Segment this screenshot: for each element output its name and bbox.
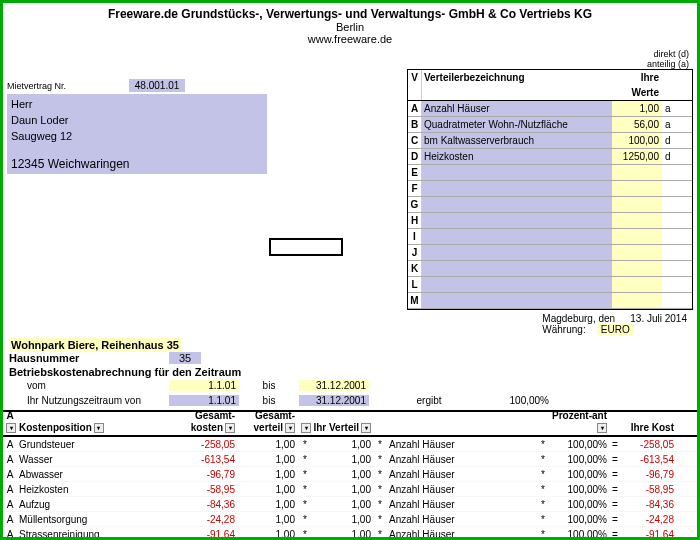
addr-name: Daun Loder [11, 112, 263, 128]
period-from-label: vom [9, 380, 169, 391]
col-gesamtverteil[interactable]: Gesamt-verteil▾ [237, 410, 297, 435]
cost-row[interactable]: AWasser-613,541,00*1,00*Anzahl Häuser*10… [3, 452, 697, 467]
verteiler-row[interactable]: E [408, 165, 692, 181]
period-to[interactable]: 31.12.2001 [299, 380, 369, 391]
col-prozent[interactable]: Prozent-ant▾ [549, 410, 609, 435]
direkt-label: direkt (d) [653, 49, 689, 59]
contract-number[interactable]: 48.001.01 [129, 79, 186, 92]
verteiler-row[interactable]: H [408, 213, 692, 229]
cost-row[interactable]: AHeizkosten-58,951,00*1,00*Anzahl Häuser… [3, 482, 697, 497]
verteiler-table: V Verteilerbezeichnung Ihre Werte AAnzah… [407, 69, 693, 310]
col-val: Ihre Werte [612, 70, 662, 100]
company-name: Freeware.de Grundstücks-, Verwertungs- u… [3, 7, 697, 21]
usage-from[interactable]: 1.1.01 [169, 395, 239, 406]
hausnr-label: Hausnummer [9, 352, 169, 364]
filter-icon[interactable]: ▾ [361, 423, 371, 433]
cost-row[interactable]: AAbwasser-96,791,00*1,00*Anzahl Häuser*1… [3, 467, 697, 482]
period-bis2: bis [239, 395, 299, 406]
col-ihrekosten[interactable]: Ihre Kost [621, 422, 676, 435]
period-from[interactable]: 1.1.01 [169, 380, 239, 391]
currency-value[interactable]: EURO [597, 324, 634, 335]
property-name[interactable]: Wohnpark Biere, Reihenhaus 35 [9, 338, 181, 352]
col-a[interactable]: A▾ [3, 410, 17, 435]
period-bis1: bis [239, 380, 299, 391]
col-gesamtkosten[interactable]: Gesamt-kosten▾ [167, 410, 237, 435]
verteiler-row[interactable]: BQuadratmeter Wohn-/Nutzfläche56,00a [408, 117, 692, 133]
verteiler-row[interactable]: L [408, 277, 692, 293]
verteiler-row[interactable]: AAnzahl Häuser1,00a [408, 101, 692, 117]
usage-to[interactable]: 31.12.2001 [299, 395, 369, 406]
verteiler-row[interactable]: K [408, 261, 692, 277]
cost-row[interactable]: AAufzug-84,361,00*1,00*Anzahl Häuser*100… [3, 497, 697, 512]
address-block[interactable]: Herr Daun Loder Saugweg 12 12345 Weichwa… [7, 94, 267, 174]
verteiler-row[interactable]: DHeizkosten1250,00d [408, 149, 692, 165]
ergibt-label: ergibt [369, 395, 489, 406]
filter-icon[interactable]: ▾ [285, 423, 295, 433]
company-city: Berlin [3, 21, 697, 33]
percent-value: 100,00% [489, 395, 549, 406]
verteiler-row[interactable]: I [408, 229, 692, 245]
col-position[interactable]: Kostenposition▾ [17, 422, 167, 435]
currency-label: Währung: [542, 324, 585, 335]
col-name: Verteilerbezeichnung [422, 70, 612, 100]
city-date-label: Magdeburg, den [542, 313, 615, 324]
anteilig-label: anteilig (a) [647, 59, 689, 69]
filter-icon[interactable]: ▾ [597, 423, 607, 433]
addr-street: Saugweg 12 [11, 128, 263, 144]
cost-row[interactable]: AMüllentsorgung-24,281,00*1,00*Anzahl Hä… [3, 512, 697, 527]
col-v: V [408, 70, 422, 100]
hausnr-value[interactable]: 35 [169, 352, 201, 364]
addr-city: 12345 Weichwaringen [11, 156, 263, 172]
date-value[interactable]: 13. Juli 2014 [626, 313, 691, 324]
verteiler-row[interactable]: Cbm Kaltwasserverbrauch100,00d [408, 133, 692, 149]
cost-table: A▾ Kostenposition▾ Gesamt-kosten▾ Gesamt… [3, 410, 697, 540]
usage-from-label: Ihr Nutzungszeitraum von [9, 395, 169, 406]
period-title: Betriebskostenabrechnung für den Zeitrau… [9, 366, 691, 378]
verteiler-row[interactable]: G [408, 197, 692, 213]
col-ihrverteil[interactable]: Ihr Verteil▾ [313, 422, 373, 435]
addr-salutation: Herr [11, 96, 263, 112]
verteiler-row[interactable]: F [408, 181, 692, 197]
filter-icon[interactable]: ▾ [6, 423, 16, 433]
filter-icon[interactable]: ▾ [301, 423, 311, 433]
verteiler-row[interactable]: M [408, 293, 692, 309]
filter-icon[interactable]: ▾ [225, 423, 235, 433]
cost-row[interactable]: AGrundsteuer-258,051,00*1,00*Anzahl Häus… [3, 437, 697, 452]
contract-label: Mietvertrag Nr. [7, 81, 66, 91]
active-cell-cursor[interactable] [269, 238, 343, 256]
verteiler-row[interactable]: J [408, 245, 692, 261]
cost-row[interactable]: AStrassenreinigung-91,641,00*1,00*Anzahl… [3, 527, 697, 540]
company-url: www.freeware.de [3, 33, 697, 45]
filter-icon[interactable]: ▾ [94, 423, 104, 433]
